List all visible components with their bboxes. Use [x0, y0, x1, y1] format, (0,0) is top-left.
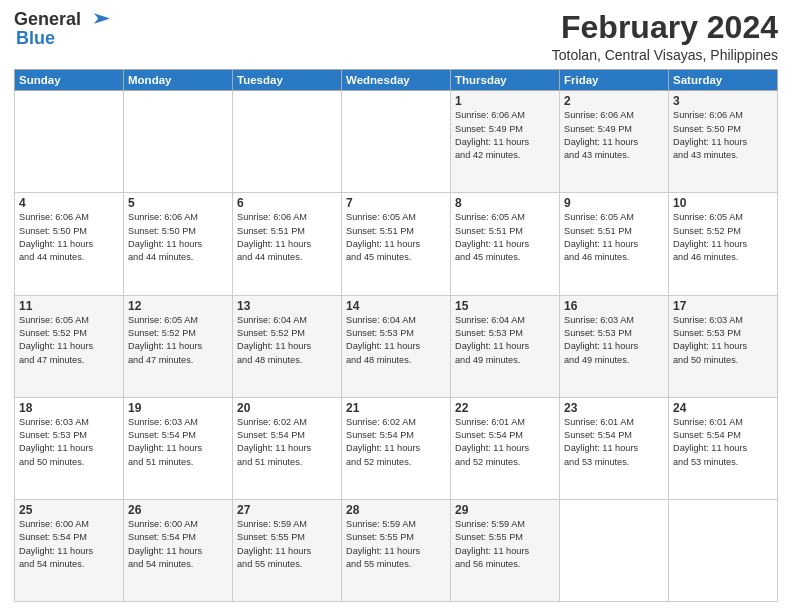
table-row	[15, 91, 124, 193]
day-number: 7	[346, 196, 446, 210]
day-info: Sunrise: 6:04 AM Sunset: 5:53 PM Dayligh…	[346, 314, 446, 367]
day-number: 11	[19, 299, 119, 313]
day-info: Sunrise: 5:59 AM Sunset: 5:55 PM Dayligh…	[455, 518, 555, 571]
day-number: 1	[455, 94, 555, 108]
day-info: Sunrise: 5:59 AM Sunset: 5:55 PM Dayligh…	[346, 518, 446, 571]
day-info: Sunrise: 6:03 AM Sunset: 5:53 PM Dayligh…	[19, 416, 119, 469]
table-row: 11Sunrise: 6:05 AM Sunset: 5:52 PM Dayli…	[15, 295, 124, 397]
day-info: Sunrise: 6:06 AM Sunset: 5:51 PM Dayligh…	[237, 211, 337, 264]
table-row: 18Sunrise: 6:03 AM Sunset: 5:53 PM Dayli…	[15, 397, 124, 499]
table-row	[233, 91, 342, 193]
day-info: Sunrise: 6:01 AM Sunset: 5:54 PM Dayligh…	[673, 416, 773, 469]
table-row	[669, 499, 778, 601]
day-info: Sunrise: 6:05 AM Sunset: 5:52 PM Dayligh…	[128, 314, 228, 367]
day-info: Sunrise: 6:06 AM Sunset: 5:49 PM Dayligh…	[564, 109, 664, 162]
day-number: 3	[673, 94, 773, 108]
day-info: Sunrise: 6:02 AM Sunset: 5:54 PM Dayligh…	[346, 416, 446, 469]
table-row	[124, 91, 233, 193]
table-row: 8Sunrise: 6:05 AM Sunset: 5:51 PM Daylig…	[451, 193, 560, 295]
logo: General Blue	[14, 10, 110, 49]
table-row: 26Sunrise: 6:00 AM Sunset: 5:54 PM Dayli…	[124, 499, 233, 601]
day-number: 29	[455, 503, 555, 517]
day-number: 22	[455, 401, 555, 415]
table-row: 21Sunrise: 6:02 AM Sunset: 5:54 PM Dayli…	[342, 397, 451, 499]
table-row: 6Sunrise: 6:06 AM Sunset: 5:51 PM Daylig…	[233, 193, 342, 295]
day-number: 8	[455, 196, 555, 210]
day-info: Sunrise: 6:03 AM Sunset: 5:53 PM Dayligh…	[564, 314, 664, 367]
table-row: 3Sunrise: 6:06 AM Sunset: 5:50 PM Daylig…	[669, 91, 778, 193]
day-info: Sunrise: 6:05 AM Sunset: 5:51 PM Dayligh…	[564, 211, 664, 264]
table-row: 24Sunrise: 6:01 AM Sunset: 5:54 PM Dayli…	[669, 397, 778, 499]
calendar-week-row: 11Sunrise: 6:05 AM Sunset: 5:52 PM Dayli…	[15, 295, 778, 397]
table-row: 12Sunrise: 6:05 AM Sunset: 5:52 PM Dayli…	[124, 295, 233, 397]
day-info: Sunrise: 6:00 AM Sunset: 5:54 PM Dayligh…	[128, 518, 228, 571]
day-info: Sunrise: 6:00 AM Sunset: 5:54 PM Dayligh…	[19, 518, 119, 571]
day-number: 24	[673, 401, 773, 415]
table-row: 13Sunrise: 6:04 AM Sunset: 5:52 PM Dayli…	[233, 295, 342, 397]
day-info: Sunrise: 6:01 AM Sunset: 5:54 PM Dayligh…	[455, 416, 555, 469]
table-row: 7Sunrise: 6:05 AM Sunset: 5:51 PM Daylig…	[342, 193, 451, 295]
table-row: 23Sunrise: 6:01 AM Sunset: 5:54 PM Dayli…	[560, 397, 669, 499]
table-row: 1Sunrise: 6:06 AM Sunset: 5:49 PM Daylig…	[451, 91, 560, 193]
calendar: Sunday Monday Tuesday Wednesday Thursday…	[14, 69, 778, 602]
day-info: Sunrise: 6:01 AM Sunset: 5:54 PM Dayligh…	[564, 416, 664, 469]
table-row: 15Sunrise: 6:04 AM Sunset: 5:53 PM Dayli…	[451, 295, 560, 397]
table-row: 29Sunrise: 5:59 AM Sunset: 5:55 PM Dayli…	[451, 499, 560, 601]
day-number: 16	[564, 299, 664, 313]
day-number: 27	[237, 503, 337, 517]
table-row: 14Sunrise: 6:04 AM Sunset: 5:53 PM Dayli…	[342, 295, 451, 397]
day-info: Sunrise: 6:02 AM Sunset: 5:54 PM Dayligh…	[237, 416, 337, 469]
table-row: 22Sunrise: 6:01 AM Sunset: 5:54 PM Dayli…	[451, 397, 560, 499]
header: General Blue February 2024 Totolan, Cent…	[14, 10, 778, 63]
calendar-week-row: 25Sunrise: 6:00 AM Sunset: 5:54 PM Dayli…	[15, 499, 778, 601]
logo-general: General	[14, 9, 81, 29]
day-info: Sunrise: 6:04 AM Sunset: 5:53 PM Dayligh…	[455, 314, 555, 367]
day-number: 6	[237, 196, 337, 210]
day-number: 4	[19, 196, 119, 210]
table-row	[560, 499, 669, 601]
page: General Blue February 2024 Totolan, Cent…	[0, 0, 792, 612]
day-number: 17	[673, 299, 773, 313]
day-number: 10	[673, 196, 773, 210]
table-row: 17Sunrise: 6:03 AM Sunset: 5:53 PM Dayli…	[669, 295, 778, 397]
day-number: 2	[564, 94, 664, 108]
col-tuesday: Tuesday	[233, 70, 342, 91]
day-number: 21	[346, 401, 446, 415]
day-info: Sunrise: 6:03 AM Sunset: 5:53 PM Dayligh…	[673, 314, 773, 367]
day-number: 25	[19, 503, 119, 517]
col-thursday: Thursday	[451, 70, 560, 91]
table-row: 4Sunrise: 6:06 AM Sunset: 5:50 PM Daylig…	[15, 193, 124, 295]
day-info: Sunrise: 6:06 AM Sunset: 5:50 PM Dayligh…	[673, 109, 773, 162]
day-number: 14	[346, 299, 446, 313]
table-row: 2Sunrise: 6:06 AM Sunset: 5:49 PM Daylig…	[560, 91, 669, 193]
col-friday: Friday	[560, 70, 669, 91]
col-monday: Monday	[124, 70, 233, 91]
table-row	[342, 91, 451, 193]
day-info: Sunrise: 6:04 AM Sunset: 5:52 PM Dayligh…	[237, 314, 337, 367]
table-row: 28Sunrise: 5:59 AM Sunset: 5:55 PM Dayli…	[342, 499, 451, 601]
day-number: 18	[19, 401, 119, 415]
table-row: 25Sunrise: 6:00 AM Sunset: 5:54 PM Dayli…	[15, 499, 124, 601]
table-row: 19Sunrise: 6:03 AM Sunset: 5:54 PM Dayli…	[124, 397, 233, 499]
day-number: 5	[128, 196, 228, 210]
day-info: Sunrise: 6:05 AM Sunset: 5:52 PM Dayligh…	[19, 314, 119, 367]
table-row: 16Sunrise: 6:03 AM Sunset: 5:53 PM Dayli…	[560, 295, 669, 397]
day-info: Sunrise: 6:06 AM Sunset: 5:49 PM Dayligh…	[455, 109, 555, 162]
table-row: 9Sunrise: 6:05 AM Sunset: 5:51 PM Daylig…	[560, 193, 669, 295]
day-info: Sunrise: 5:59 AM Sunset: 5:55 PM Dayligh…	[237, 518, 337, 571]
location: Totolan, Central Visayas, Philippines	[552, 47, 778, 63]
table-row: 10Sunrise: 6:05 AM Sunset: 5:52 PM Dayli…	[669, 193, 778, 295]
day-number: 23	[564, 401, 664, 415]
table-row: 5Sunrise: 6:06 AM Sunset: 5:50 PM Daylig…	[124, 193, 233, 295]
day-number: 12	[128, 299, 228, 313]
day-info: Sunrise: 6:03 AM Sunset: 5:54 PM Dayligh…	[128, 416, 228, 469]
day-number: 28	[346, 503, 446, 517]
day-info: Sunrise: 6:06 AM Sunset: 5:50 PM Dayligh…	[19, 211, 119, 264]
calendar-week-row: 1Sunrise: 6:06 AM Sunset: 5:49 PM Daylig…	[15, 91, 778, 193]
calendar-week-row: 4Sunrise: 6:06 AM Sunset: 5:50 PM Daylig…	[15, 193, 778, 295]
day-number: 19	[128, 401, 228, 415]
logo-blue: Blue	[16, 28, 55, 48]
day-info: Sunrise: 6:05 AM Sunset: 5:52 PM Dayligh…	[673, 211, 773, 264]
calendar-week-row: 18Sunrise: 6:03 AM Sunset: 5:53 PM Dayli…	[15, 397, 778, 499]
col-wednesday: Wednesday	[342, 70, 451, 91]
